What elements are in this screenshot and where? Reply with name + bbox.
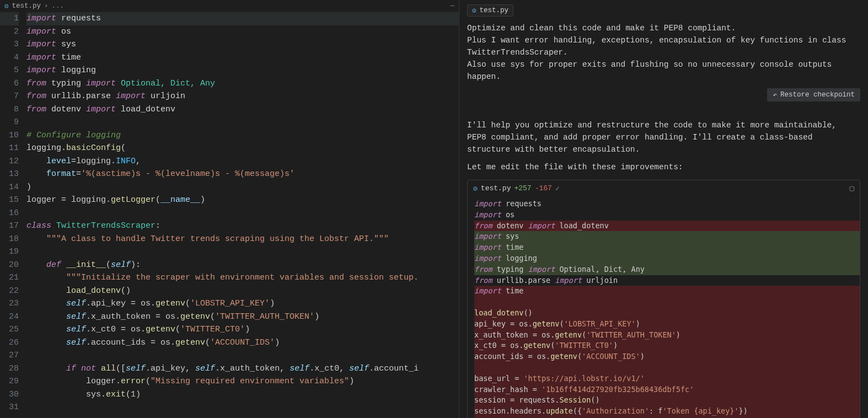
expand-icon[interactable]: ▢	[850, 184, 854, 193]
line-gutter: 1234567891011121314151617181920212223242…	[0, 12, 26, 418]
assistant-message: I'll help you optimize and restructure t…	[467, 119, 860, 173]
python-file-icon: ⚙	[4, 2, 9, 10]
restore-checkpoint-button[interactable]: ↶ Restore checkpoint	[767, 88, 860, 101]
deletions-count: -167	[535, 184, 552, 192]
diff-body[interactable]: import requestsimport osfrom dotenv impo…	[468, 196, 860, 418]
python-file-icon: ⚙	[472, 6, 476, 15]
code-lines[interactable]: import requestsimport osimport sysimport…	[26, 12, 459, 418]
python-file-icon: ⚙	[473, 184, 478, 193]
breadcrumb-more: ...	[52, 2, 65, 10]
breadcrumb-file: test.py	[12, 2, 41, 10]
file-chip[interactable]: ⚙test.py	[467, 4, 513, 17]
chat-pane: ⚙test.py Optimize and clean this code an…	[459, 0, 868, 418]
code-editor[interactable]: 1234567891011121314151617181920212223242…	[0, 12, 459, 418]
additions-count: +257	[514, 184, 531, 192]
diff-header[interactable]: ⚙ test.py +257 -167 ✓ ▢	[468, 180, 860, 196]
undo-icon: ↶	[773, 90, 777, 99]
check-icon: ✓	[555, 184, 560, 193]
split-icon[interactable]: —	[450, 2, 454, 10]
editor-pane: ⚙ test.py › ... — 1234567891011121314151…	[0, 0, 459, 418]
breadcrumb[interactable]: ⚙ test.py › ... —	[0, 0, 459, 12]
user-message: Optimize and clean this code and make it…	[467, 22, 860, 83]
diff-block: ⚙ test.py +257 -167 ✓ ▢ import requestsi…	[467, 180, 860, 418]
breadcrumb-sep: ›	[44, 2, 49, 10]
